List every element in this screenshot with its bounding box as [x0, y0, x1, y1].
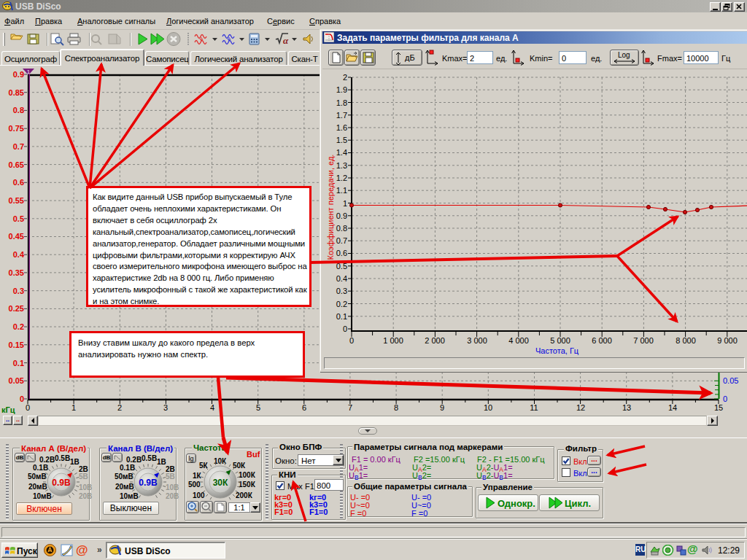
svg-text:1: 1: [27, 69, 30, 74]
svg-text:дБ: дБ: [405, 53, 415, 62]
svg-text:Log: Log: [618, 51, 630, 59]
svg-text:α: α: [283, 35, 289, 46]
